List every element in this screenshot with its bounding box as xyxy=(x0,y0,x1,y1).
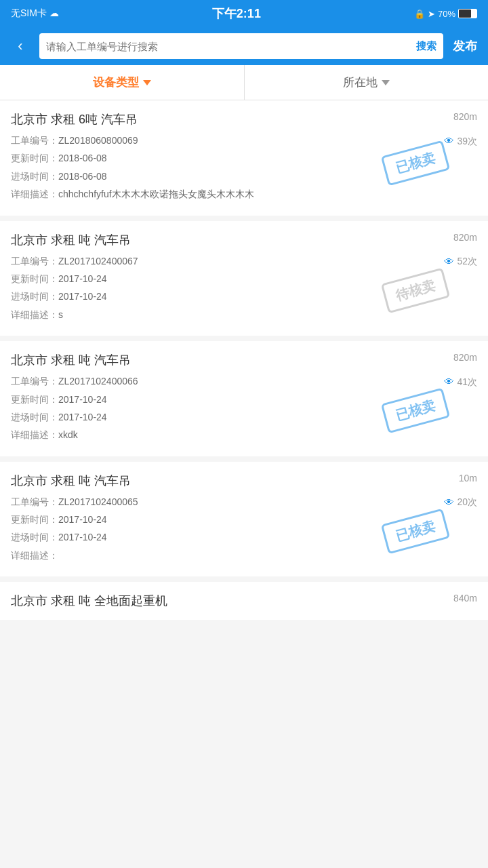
views-count: 52次 xyxy=(457,254,477,269)
status-right: 🔒 ➤ 70% xyxy=(414,9,477,19)
status-time: 下午2:11 xyxy=(212,5,261,22)
update-label: 更新时间： xyxy=(11,153,58,163)
enter-time: 2018-06-08 xyxy=(58,171,107,182)
views-count: 41次 xyxy=(457,374,477,389)
order-number: ZL2017102400065 xyxy=(58,496,138,507)
enter-time: 2017-10-24 xyxy=(58,532,107,542)
desc-text: xkdk xyxy=(58,429,78,440)
nav-bar: ‹ 搜索 发布 xyxy=(0,27,488,65)
order-number: ZL2017102400067 xyxy=(58,256,138,267)
search-input[interactable] xyxy=(46,41,411,52)
list-item[interactable]: 北京市 求租 吨 汽车吊 10m 工单编号：ZL2017102400065 👁 … xyxy=(0,462,488,577)
item-desc-row: 详细描述：chhchchfyfuf木木木木欧诺拖头女魔头木木木木 xyxy=(11,186,477,201)
back-button[interactable]: ‹ xyxy=(8,34,33,58)
list-item-last[interactable]: 北京市 求租 吨 全地面起重机 840m xyxy=(0,582,488,620)
eye-icon: 👁 xyxy=(444,374,454,390)
update-label: 更新时间： xyxy=(11,273,58,284)
item-distance: 820m xyxy=(453,232,477,243)
location-filter[interactable]: 所在地 xyxy=(245,65,489,100)
order-label: 工单编号： xyxy=(11,256,58,267)
status-bar: 无SIM卡 ☁ 下午2:11 🔒 ➤ 70% xyxy=(0,0,488,27)
battery-level: 70% xyxy=(438,9,455,19)
device-type-filter[interactable]: 设备类型 xyxy=(0,65,245,100)
publish-button[interactable]: 发布 xyxy=(450,38,480,54)
status-left: 无SIM卡 ☁ xyxy=(11,7,59,20)
item-desc-row: 详细描述： xyxy=(11,548,477,563)
location-icon: ➤ xyxy=(428,9,435,19)
list-item[interactable]: 北京市 求租 吨 汽车吊 820m 工单编号：ZL2017102400067 👁… xyxy=(0,221,488,336)
location-chevron-down-icon xyxy=(382,80,390,85)
filter-bar: 设备类型 所在地 xyxy=(0,65,488,100)
eye-icon: 👁 xyxy=(444,133,454,149)
eye-icon: 👁 xyxy=(444,494,454,511)
desc-label: 详细描述： xyxy=(11,550,58,561)
item-distance: 820m xyxy=(453,352,477,363)
views-count: 39次 xyxy=(457,134,477,149)
update-label: 更新时间： xyxy=(11,394,58,405)
item-views: 👁 39次 xyxy=(444,133,477,149)
enter-label: 进场时间： xyxy=(11,412,58,422)
update-time: 2017-10-24 xyxy=(58,273,107,284)
search-bar: 搜索 xyxy=(39,33,443,59)
item-views: 👁 20次 xyxy=(444,494,477,511)
order-label: 工单编号： xyxy=(11,376,58,387)
battery-icon xyxy=(458,9,477,18)
item-distance: 10m xyxy=(459,473,477,484)
enter-time: 2017-10-24 xyxy=(58,291,107,302)
desc-label: 详细描述： xyxy=(11,429,58,440)
sim-status: 无SIM卡 ☁ xyxy=(11,7,59,20)
item-title: 北京市 求租 吨 汽车吊 xyxy=(11,232,477,248)
item-order-row: 工单编号：ZL2017102400065 👁 20次 xyxy=(11,494,477,509)
item-order-row: 工单编号：ZL2018060800069 👁 39次 xyxy=(11,133,477,148)
item-title: 北京市 求租 吨 汽车吊 xyxy=(11,473,477,489)
order-number: ZL2018060800069 xyxy=(58,135,138,146)
eye-icon: 👁 xyxy=(444,254,454,270)
item-title: 北京市 求租 吨 汽车吊 xyxy=(11,352,477,368)
lock-icon: 🔒 xyxy=(414,9,425,19)
item-desc-row: 详细描述：xkdk xyxy=(11,427,477,442)
update-label: 更新时间： xyxy=(11,514,58,525)
list-container: 北京市 求租 6吨 汽车吊 820m 工单编号：ZL2018060800069 … xyxy=(0,100,488,620)
device-type-chevron-down-icon xyxy=(143,80,151,85)
item-views: 👁 52次 xyxy=(444,254,477,270)
desc-label: 详细描述： xyxy=(11,189,58,199)
location-label: 所在地 xyxy=(343,75,378,90)
views-count: 20次 xyxy=(457,494,477,509)
enter-label: 进场时间： xyxy=(11,171,58,182)
update-time: 2018-06-08 xyxy=(58,153,107,163)
order-label: 工单编号： xyxy=(11,135,58,146)
desc-text: s xyxy=(58,309,63,320)
list-item[interactable]: 北京市 求租 6吨 汽车吊 820m 工单编号：ZL2018060800069 … xyxy=(0,100,488,216)
list-item[interactable]: 北京市 求租 吨 汽车吊 820m 工单编号：ZL2017102400066 👁… xyxy=(0,341,488,456)
item-distance: 820m xyxy=(453,111,477,122)
order-number: ZL2017102400066 xyxy=(58,376,138,387)
update-time: 2017-10-24 xyxy=(58,394,107,405)
item-order-row: 工单编号：ZL2017102400067 👁 52次 xyxy=(11,254,477,269)
search-button[interactable]: 搜索 xyxy=(416,40,436,53)
item-desc-row: 详细描述：s xyxy=(11,307,477,322)
item-views: 👁 41次 xyxy=(444,374,477,390)
item-order-row: 工单编号：ZL2017102400066 👁 41次 xyxy=(11,374,477,389)
desc-text: chhchchfyfuf木木木木欧诺拖头女魔头木木木木 xyxy=(58,189,254,199)
item-title: 北京市 求租 6吨 汽车吊 xyxy=(11,111,477,127)
enter-label: 进场时间： xyxy=(11,291,58,302)
device-type-label: 设备类型 xyxy=(93,75,139,90)
desc-label: 详细描述： xyxy=(11,309,58,320)
update-time: 2017-10-24 xyxy=(58,514,107,525)
enter-label: 进场时间： xyxy=(11,532,58,542)
last-item-title: 北京市 求租 吨 全地面起重机 xyxy=(11,594,167,608)
order-label: 工单编号： xyxy=(11,496,58,507)
last-item-distance: 840m xyxy=(453,593,477,604)
enter-time: 2017-10-24 xyxy=(58,412,107,422)
